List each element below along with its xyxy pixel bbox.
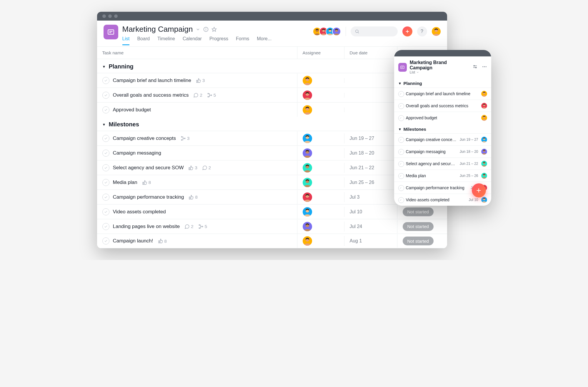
mobile-section-header[interactable]: ▼Milestones [394,124,491,133]
tab-calendar[interactable]: Calendar [183,36,202,45]
due-cell[interactable]: Jun 18 – 20 [344,148,397,158]
mobile-task-row[interactable]: Campaign messaging Jun 18 – 20 [394,145,491,158]
task-name: Campaign creative concepts [113,135,176,141]
project-icon[interactable] [104,25,118,39]
subtask-count[interactable]: 3 [181,136,189,141]
comment-count[interactable]: 2 [193,93,202,98]
comment-count[interactable]: 2 [202,165,211,170]
due-cell[interactable]: Jul 3 [344,192,397,202]
more-icon[interactable] [482,64,487,70]
chevron-down-icon: ▼ [102,123,106,127]
like-count[interactable]: 3 [188,165,197,170]
project-icon[interactable] [398,63,407,72]
task-row[interactable]: Campaign launch! 8 Aug 1 Not started [97,234,447,248]
search-input[interactable] [351,26,398,36]
assignee-cell[interactable] [297,88,344,102]
status-cell[interactable]: Not started [397,234,447,248]
task-name: Approved budget [113,107,151,113]
svg-point-24 [208,96,209,97]
complete-toggle[interactable] [102,164,109,171]
collaborator-stack[interactable] [315,27,341,36]
complete-toggle[interactable] [102,223,109,230]
subtask-count[interactable]: 5 [198,224,207,229]
mobile-task-row[interactable]: Approved budget [394,112,491,124]
window-dot[interactable] [108,14,112,18]
assignee-cell[interactable] [297,175,344,190]
complete-toggle[interactable] [102,179,109,186]
chevron-down-icon[interactable] [196,27,200,32]
complete-toggle[interactable] [102,135,109,142]
assignee-cell[interactable] [297,103,344,117]
mobile-task-row[interactable]: Select agency and secure SOW Jun 21 – 22 [394,158,491,170]
mobile-title[interactable]: Marketing Brand Campaign [410,60,469,70]
status-cell[interactable]: Not started [397,205,447,219]
assignee-cell[interactable] [297,131,344,145]
me-avatar[interactable] [432,27,441,36]
due-cell[interactable]: Aug 1 [344,236,397,246]
subtask-count[interactable]: 5 [207,93,216,98]
tab-timeline[interactable]: Timeline [157,36,175,45]
like-count[interactable]: 8 [158,238,167,244]
col-assignee[interactable]: Assignee [297,47,344,59]
status-cell[interactable]: Not started [397,220,447,233]
like-count[interactable]: 8 [142,180,151,185]
due-cell[interactable]: Jul 24 [344,222,397,232]
complete-toggle[interactable] [102,150,109,157]
due-cell[interactable]: Jun 21 – 22 [344,163,397,173]
tab-progress[interactable]: Progress [209,36,228,45]
tab-list[interactable]: List [122,36,130,45]
project-title[interactable]: Marketing Campaign [122,25,193,34]
assignee-cell[interactable] [297,161,344,175]
tab-board[interactable]: Board [137,36,150,45]
complete-toggle[interactable] [102,92,109,99]
avatar [481,197,487,203]
assignee-cell[interactable] [297,220,344,234]
search-icon [355,29,359,34]
mobile-add-button[interactable]: + [472,183,486,197]
avatar [303,148,312,158]
due-cell[interactable] [344,108,397,112]
complete-toggle[interactable] [102,106,109,113]
due-cell[interactable] [344,78,397,83]
mobile-task-row[interactable]: Campaign creative concepts Jun 19 – 27 [394,133,491,145]
svg-rect-52 [401,66,404,68]
tab-forms[interactable]: Forms [236,36,249,45]
tab-more[interactable]: More... [257,36,271,45]
assignee-cell[interactable] [297,73,344,88]
complete-toggle[interactable] [102,237,109,244]
complete-toggle[interactable] [102,77,109,84]
due-cell[interactable]: Jun 25 – 26 [344,177,397,187]
mobile-view-picker[interactable]: List [410,70,469,74]
col-due[interactable]: Due date [344,47,397,59]
window-dot[interactable] [102,14,106,18]
help-button[interactable]: ? [417,26,427,36]
filter-icon[interactable] [472,64,478,70]
like-count[interactable]: 3 [196,78,205,83]
complete-toggle[interactable] [102,208,109,215]
add-button[interactable] [402,26,412,36]
task-row[interactable]: Landing pages live on website 25 Jul 24 … [97,219,447,234]
complete-toggle[interactable] [102,194,109,201]
assignee-cell[interactable] [297,190,344,204]
due-cell[interactable]: Jul 10 [344,207,397,217]
assignee-cell[interactable] [297,205,344,219]
task-row[interactable]: Video assets completed Jul 10 Not starte… [97,204,447,219]
due-cell[interactable]: Jun 19 – 27 [344,133,397,143]
comment-count[interactable]: 2 [184,224,193,229]
avatar[interactable] [332,27,341,36]
task-name: Media plan [406,173,457,178]
mobile-task-row[interactable]: Overall goals and success metrics [394,100,491,112]
mobile-section-header[interactable]: ▼Planning [394,78,491,88]
task-name: Video assets completed [113,209,166,215]
assignee-cell[interactable] [297,146,344,160]
due-cell[interactable] [344,93,397,98]
mobile-task-row[interactable]: Media plan Jun 25 – 26 [394,170,491,182]
assignee-cell[interactable] [297,234,344,248]
col-task[interactable]: Task name [97,47,297,59]
like-count[interactable]: 8 [189,195,197,200]
avatar [303,236,312,246]
mobile-task-row[interactable]: Campaign brief and launch timeline [394,88,491,100]
window-dot[interactable] [114,14,118,18]
star-icon[interactable] [211,27,217,32]
info-icon[interactable] [203,27,209,32]
